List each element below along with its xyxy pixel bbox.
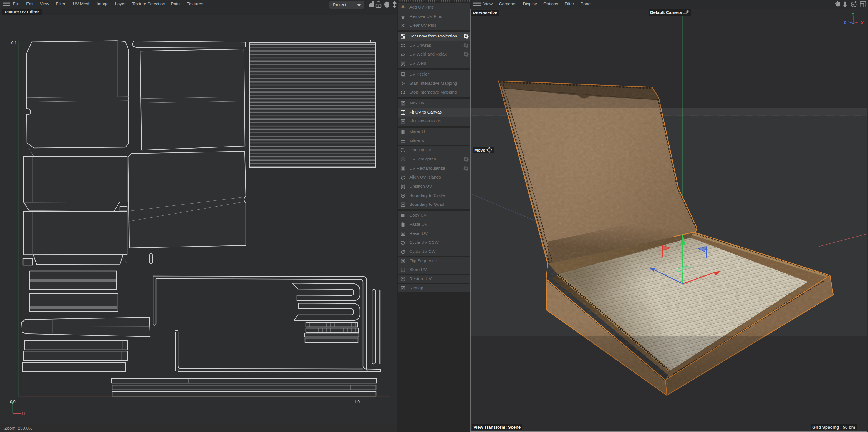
svg-text:0,1: 0,1 xyxy=(11,40,17,45)
svg-text:1,0: 1,0 xyxy=(354,400,360,404)
svg-text:X: X xyxy=(861,20,864,25)
svg-text:U: U xyxy=(22,411,26,416)
svg-text:Y: Y xyxy=(851,12,855,17)
svg-text:Z: Z xyxy=(844,20,846,25)
svg-text:0,0: 0,0 xyxy=(10,400,16,404)
